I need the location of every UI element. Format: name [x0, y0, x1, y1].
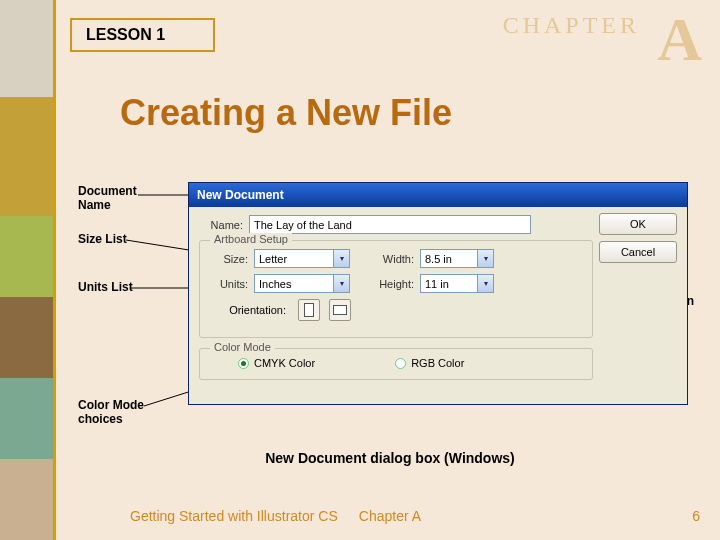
callout-document-name: Document Name [78, 184, 158, 213]
artboard-legend: Artboard Setup [210, 233, 292, 245]
footer-center: Chapter A [60, 508, 720, 524]
cmyk-label: CMYK Color [254, 357, 315, 369]
cmyk-radio[interactable]: CMYK Color [238, 357, 315, 369]
units-value: Inches [259, 278, 291, 290]
landscape-icon [333, 305, 347, 315]
callout-size-list: Size List [78, 232, 127, 246]
size-dropdown[interactable]: Letter ▾ [254, 249, 350, 268]
width-field[interactable]: 8.5 in ▾ [420, 249, 494, 268]
figure-caption: New Document dialog box (Windows) [60, 450, 720, 466]
chevron-down-icon: ▾ [477, 250, 493, 267]
chapter-letter: A [657, 4, 702, 75]
slide-title: Creating a New File [120, 92, 452, 134]
chapter-label: CHAPTER [503, 12, 640, 39]
cancel-button[interactable]: Cancel [599, 241, 677, 263]
callout-units-list: Units List [78, 280, 133, 294]
portrait-icon [304, 303, 314, 317]
width-value: 8.5 in [425, 253, 452, 265]
chevron-down-icon: ▾ [333, 275, 349, 292]
width-label: Width: [374, 253, 414, 265]
callout-color-mode: Color Mode choices [78, 398, 158, 427]
units-label: Units: [208, 278, 248, 290]
name-label: Name: [199, 219, 243, 231]
height-label: Height: [374, 278, 414, 290]
artboard-setup-group: Artboard Setup Size: Letter ▾ Width: 8.5… [199, 240, 593, 338]
lesson-box: LESSON 1 [70, 18, 215, 52]
name-input[interactable] [249, 215, 531, 234]
color-mode-legend: Color Mode [210, 341, 275, 353]
rgb-label: RGB Color [411, 357, 464, 369]
orientation-landscape-button[interactable] [329, 299, 351, 321]
rgb-radio[interactable]: RGB Color [395, 357, 464, 369]
footer-page-number: 6 [692, 508, 700, 524]
orientation-portrait-button[interactable] [298, 299, 320, 321]
decorative-sidebar [0, 0, 56, 540]
ok-button[interactable]: OK [599, 213, 677, 235]
units-dropdown[interactable]: Inches ▾ [254, 274, 350, 293]
slide-content: CHAPTER A LESSON 1 Creating a New File D… [60, 0, 720, 540]
chevron-down-icon: ▾ [477, 275, 493, 292]
orientation-label: Orientation: [214, 304, 286, 316]
chevron-down-icon: ▾ [333, 250, 349, 267]
dialog-titlebar: New Document [189, 183, 687, 207]
radio-selected-icon [238, 358, 249, 369]
height-field[interactable]: 11 in ▾ [420, 274, 494, 293]
color-mode-group: Color Mode CMYK Color RGB Color [199, 348, 593, 380]
size-label: Size: [208, 253, 248, 265]
new-document-dialog: New Document Name: OK Cancel Artboard Se… [188, 182, 688, 405]
size-value: Letter [259, 253, 287, 265]
height-value: 11 in [425, 278, 449, 290]
radio-icon [395, 358, 406, 369]
